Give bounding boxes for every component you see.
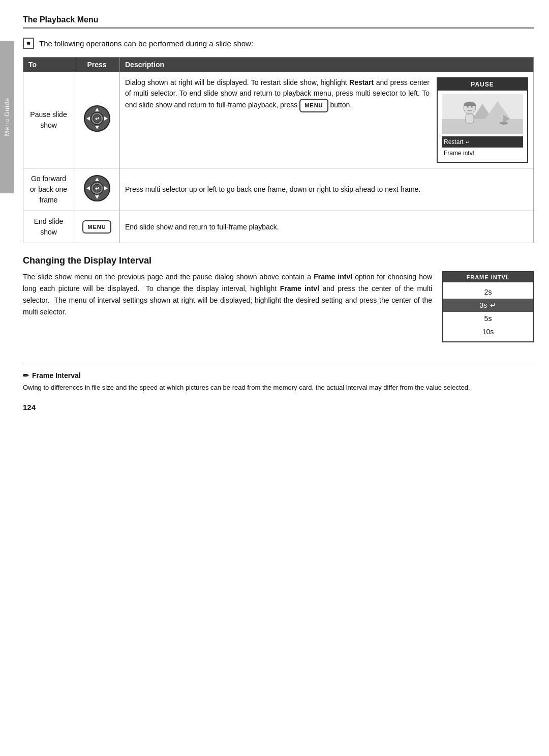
svg-point-16 (467, 106, 469, 108)
table-row: End slide show MENU End slide show and r… (23, 211, 534, 243)
enter-icon: ↵ (466, 138, 470, 146)
interval-option-3s-label: 3s (480, 301, 487, 309)
interval-body: The slide show menu on the previous page… (23, 271, 534, 342)
pause-option-restart: Restart ↵ (442, 136, 523, 148)
pause-option-frame-intvl-label: Frame intvl (444, 149, 474, 158)
pause-dialog-title: PAUSE (438, 78, 527, 91)
page-number: 124 (23, 403, 534, 412)
interval-option-3s: 3s ↵ (443, 299, 533, 312)
interval-section-title: Changing the Display Interval (23, 255, 534, 266)
th-description: Description (120, 57, 534, 72)
pause-dialog: PAUSE (437, 77, 528, 163)
intro-row: ≡ The following operations can be perfor… (23, 38, 534, 49)
note-icon: ≡ (23, 38, 34, 49)
pause-illustration-svg (442, 94, 523, 134)
th-to: To (23, 57, 74, 72)
interval-menu-body: 2s 3s ↵ 5s 10s (443, 282, 533, 341)
interval-enter-icon: ↵ (490, 301, 496, 309)
row1-desc-text: Dialog shown at right will be displayed.… (125, 77, 430, 112)
row1-desc: Dialog shown at right will be displayed.… (120, 72, 534, 168)
interval-menu: FRAME INTVL 2s 3s ↵ 5s 10s (442, 271, 534, 342)
row2-desc: Press multi selector up or left to go ba… (120, 168, 534, 211)
row3-press: MENU (74, 211, 120, 243)
interval-option-5s: 5s (443, 312, 533, 325)
frame-interval-note: ✏ Frame Interval Owing to differences in… (23, 363, 534, 393)
svg-text:↵: ↵ (95, 116, 99, 122)
row3-to: End slide show (23, 211, 74, 243)
operations-table: To Press Description Pause slide show (23, 57, 534, 243)
pause-option-restart-label: Restart (444, 137, 464, 147)
interval-option-5s-label: 5s (484, 314, 492, 323)
menu-button: MENU (82, 220, 111, 234)
row3-desc-text: End slide show and return to full-frame … (125, 223, 279, 231)
row3-desc: End slide show and return to full-frame … (120, 211, 534, 243)
intro-text: The following operations can be performe… (39, 39, 253, 48)
multi-selector-icon-2: ↵ (83, 175, 111, 202)
pencil-icon: ✏ (23, 371, 29, 380)
frame-interval-note-title: ✏ Frame Interval (23, 371, 534, 380)
pause-dialog-options: Restart ↵ Frame intvl (442, 136, 523, 159)
sidebar-tab: Menu Guide (0, 41, 14, 193)
interval-option-2s-label: 2s (484, 288, 492, 296)
svg-point-14 (500, 122, 508, 125)
menu-button-inline: MENU (299, 99, 328, 112)
interval-option-2s: 2s (443, 285, 533, 299)
row2-desc-text: Press multi selector up or left to go ba… (125, 185, 420, 193)
row2-press: ↵ (74, 168, 120, 211)
svg-point-17 (471, 106, 473, 108)
row1-press: ↵ (74, 72, 120, 168)
svg-rect-11 (442, 119, 523, 134)
row2-to: Go forward or back one frame (23, 168, 74, 211)
section-title: The Playback Menu (23, 15, 534, 28)
table-row: Go forward or back one frame ↵ Press m (23, 168, 534, 211)
frame-interval-note-text: Owing to differences in file size and th… (23, 383, 534, 393)
svg-text:↵: ↵ (95, 186, 99, 191)
interval-option-10s: 10s (443, 325, 533, 338)
pause-option-frame-intvl: Frame intvl (442, 148, 523, 159)
interval-text: The slide show menu on the previous page… (23, 271, 432, 318)
multi-selector-icon: ↵ (83, 105, 111, 132)
interval-section: Changing the Display Interval The slide … (23, 255, 534, 342)
table-row: Pause slide show ↵ (23, 72, 534, 168)
interval-option-10s-label: 10s (482, 328, 494, 336)
note-title-text: Frame Interval (32, 371, 81, 380)
th-press: Press (74, 57, 120, 72)
svg-rect-18 (466, 114, 474, 123)
row1-to: Pause slide show (23, 72, 74, 168)
pause-illustration (442, 94, 523, 134)
sidebar-tab-label: Menu Guide (4, 98, 11, 136)
interval-menu-title: FRAME INTVL (443, 272, 533, 282)
